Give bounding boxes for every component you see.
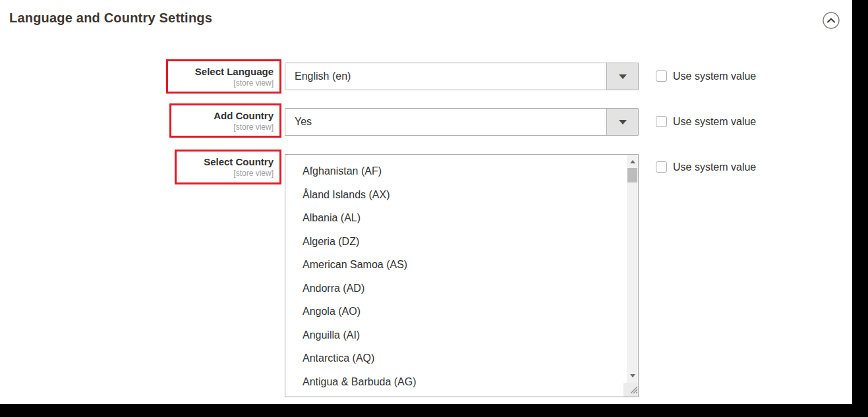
country-multiselect[interactable]: Afghanistan (AF)Åland Islands (AX)Albani… [285, 154, 639, 397]
field-scope: [store view] [233, 122, 274, 132]
annotation-box-select-language: Select Language [store view] [166, 59, 281, 94]
country-option[interactable]: Antigua & Barbuda (AG) [285, 370, 638, 394]
annotation-box-add-country: Add Country [store view] [169, 103, 281, 138]
resize-grip-icon [629, 385, 638, 397]
use-system-checkbox-add-country[interactable] [656, 116, 667, 127]
chevron-up-circle-icon [823, 21, 840, 31]
select-value: English (en) [295, 63, 351, 90]
select-arrow-button[interactable] [606, 109, 638, 135]
section-title: Language and Country Settings [9, 11, 212, 26]
field-label: Select Language [195, 65, 274, 78]
country-option[interactable]: American Samoa (AS) [285, 253, 638, 277]
triangle-down-icon [630, 374, 635, 377]
country-option[interactable]: Algeria (DZ) [285, 230, 638, 254]
scrollbar[interactable] [627, 155, 638, 383]
country-option[interactable]: Albania (AL) [285, 206, 638, 230]
use-system-label: Use system value [673, 70, 756, 83]
caret-down-icon [619, 74, 627, 79]
country-option[interactable]: Andorra (AD) [285, 277, 638, 300]
language-select[interactable]: English (en) [285, 63, 639, 90]
country-option[interactable]: Antarctica (AQ) [285, 347, 638, 370]
caret-down-icon [619, 120, 627, 125]
scroll-down-button[interactable] [627, 370, 638, 381]
use-system-label: Use system value [673, 161, 756, 174]
collapse-section-button[interactable] [823, 12, 840, 29]
field-label: Select Country [204, 155, 274, 168]
scrollbar-thumb[interactable] [627, 168, 637, 182]
use-system-checkbox-country[interactable] [656, 161, 667, 173]
resize-grip[interactable] [623, 383, 638, 397]
use-system-checkbox-language[interactable] [656, 70, 667, 82]
country-option[interactable]: Anguilla (AI) [285, 323, 638, 347]
language-country-settings-panel: Language and Country Settings Select Lan… [0, 0, 852, 404]
country-option[interactable]: Afghanistan (AF) [285, 159, 638, 183]
scroll-up-button[interactable] [627, 156, 638, 167]
triangle-up-icon [630, 160, 635, 163]
field-label: Add Country [214, 109, 274, 122]
field-scope: [store view] [233, 78, 274, 88]
select-value: Yes [295, 109, 312, 135]
add-country-select[interactable]: Yes [285, 108, 639, 136]
select-arrow-button[interactable] [606, 63, 638, 90]
country-option[interactable]: Angola (AO) [285, 300, 638, 323]
country-option[interactable]: Åland Islands (AX) [285, 183, 638, 207]
use-system-label: Use system value [673, 115, 756, 128]
field-scope: [store view] [233, 168, 274, 179]
annotation-box-select-country: Select Country [store view] [175, 150, 281, 184]
country-options: Afghanistan (AF)Åland Islands (AX)Albani… [285, 155, 638, 393]
